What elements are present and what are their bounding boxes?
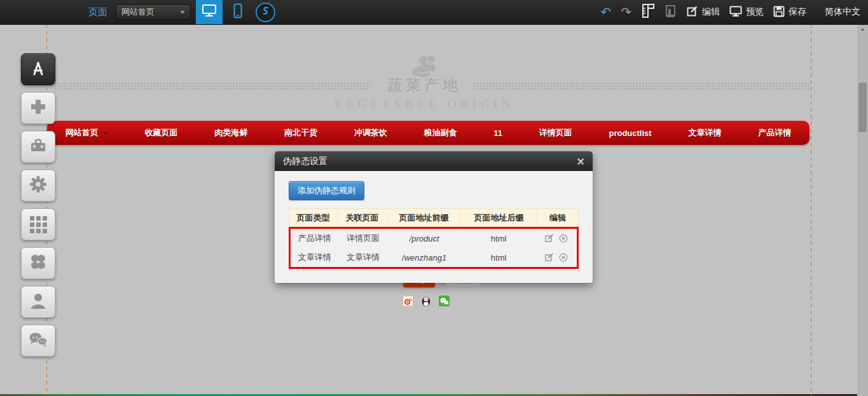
music-icon xyxy=(261,6,270,18)
social-login-icons xyxy=(403,296,450,310)
appstore-icon xyxy=(28,58,48,80)
redo-icon[interactable]: ↷ xyxy=(621,6,631,18)
clover-icon xyxy=(28,252,48,275)
close-icon[interactable]: × xyxy=(577,155,584,168)
cell-url-prefix: /product xyxy=(388,234,461,243)
cell-url-prefix: /wenzhang1 xyxy=(388,253,461,263)
edit-pencil-icon xyxy=(687,6,698,19)
save-button[interactable]: 保存 xyxy=(773,6,806,19)
desktop-view-button[interactable] xyxy=(196,0,223,24)
site-music-button[interactable] xyxy=(256,3,275,22)
table-row: 产品详情 详情页面 /product html xyxy=(291,229,577,248)
toolbar-left-group: 页面 网站首页 xyxy=(88,0,275,24)
cell-actions xyxy=(537,234,577,243)
col-url-prefix: 页面地址前缀 xyxy=(387,209,461,226)
nav-item-favorites[interactable]: 收藏页面 xyxy=(145,127,178,139)
nav-item-detail-page[interactable]: 详情页面 xyxy=(539,127,572,139)
page-select[interactable]: 网站首页 xyxy=(116,4,191,20)
sidebar-item-settings[interactable] xyxy=(21,170,55,201)
col-linked-page: 关联页面 xyxy=(338,209,387,226)
cell-linked-page: 详情页面 xyxy=(338,233,387,244)
col-edit: 编辑 xyxy=(537,209,578,226)
delete-rule-icon[interactable] xyxy=(559,253,568,262)
save-button-label: 保存 xyxy=(789,6,806,18)
top-toolbar: 页面 网站首页 ↶ ↷ xyxy=(0,0,868,25)
weibo-icon[interactable] xyxy=(403,296,413,310)
desktop-icon xyxy=(202,4,217,20)
delete-rule-icon[interactable] xyxy=(559,234,568,243)
edit-button[interactable]: 编辑 xyxy=(687,6,720,19)
nav-item-home-label: 网站首页 xyxy=(65,127,99,139)
layout-guide-right xyxy=(811,24,811,396)
cell-page-type: 文章详情 xyxy=(291,252,338,263)
rules-table-header: 页面类型 关联页面 页面地址前缀 页面地址后缀 编辑 xyxy=(289,208,579,227)
nav-caret-icon xyxy=(103,132,108,135)
nav-item-grain-oil[interactable]: 粮油副食 xyxy=(424,127,457,139)
save-floppy-icon xyxy=(773,6,785,19)
cell-actions xyxy=(537,253,577,262)
cell-linked-page: 文章详情 xyxy=(338,252,387,263)
nav-item-article-detail[interactable]: 文章详情 xyxy=(688,127,721,139)
preview-monitor-icon xyxy=(729,6,742,19)
add-rule-button[interactable]: 添加伪静态规则 xyxy=(289,181,364,200)
qq-icon[interactable] xyxy=(420,296,432,310)
edit-rule-icon[interactable] xyxy=(545,253,554,262)
rules-table: 页面类型 关联页面 页面地址前缀 页面地址后缀 编辑 产品详情 详情页面 /pr… xyxy=(289,208,579,269)
preview-button[interactable]: 预览 xyxy=(729,6,764,19)
site-subtitle: VEGETABLE ORIGIN xyxy=(0,98,848,111)
pseudo-static-dialog: 伪静态设置 × 添加伪静态规则 页面类型 关联页面 页面地址前缀 页面地址后缀 … xyxy=(275,151,593,283)
toolbox-icon xyxy=(28,136,48,158)
undo-icon[interactable]: ↶ xyxy=(600,6,611,18)
edit-button-label: 编辑 xyxy=(702,6,720,18)
chevron-down-icon xyxy=(180,11,185,14)
dialog-header[interactable]: 伪静态设置 × xyxy=(275,151,593,171)
page-label: 页面 xyxy=(88,6,107,18)
nav-item-tea-drinks[interactable]: 冲调茶饮 xyxy=(354,127,387,139)
sidebar-item-apps[interactable] xyxy=(21,247,55,279)
dialog-title: 伪静态设置 xyxy=(283,156,327,167)
sidebar-item-design[interactable] xyxy=(21,53,55,85)
ruler-icon[interactable] xyxy=(641,3,655,21)
grid-icon xyxy=(30,216,47,233)
rules-highlight-box: 产品详情 详情页面 /product html xyxy=(289,227,579,269)
language-switch[interactable]: 简体中文 xyxy=(825,6,860,18)
nav-item-productlist[interactable]: productlist xyxy=(609,128,651,138)
scroll-up-arrow[interactable]: ▲ xyxy=(857,27,868,31)
mobile-view-button[interactable] xyxy=(226,0,249,24)
builder-sidebar xyxy=(21,53,55,364)
nav-item-home[interactable]: 网站首页 xyxy=(65,127,108,139)
site-navbar: 网站首页 收藏页面 肉类海鲜 南北干货 冲调茶饮 粮油副食 11 详情页面 pr… xyxy=(47,121,809,145)
sidebar-item-chat[interactable] xyxy=(21,325,55,357)
edit-rule-icon[interactable] xyxy=(545,234,554,243)
sidebar-item-member[interactable] xyxy=(21,286,55,318)
gear-icon xyxy=(28,174,48,197)
page-builder-app: 页面 网站首页 ↶ ↷ xyxy=(0,0,868,396)
sidebar-item-modules-grid[interactable] xyxy=(21,208,55,240)
table-row: 文章详情 文章详情 /wenzhang1 html xyxy=(291,248,577,267)
sidebar-item-add-module[interactable] xyxy=(21,92,55,124)
nav-item-product-detail[interactable]: 产品详情 xyxy=(758,127,791,139)
vertical-scrollbar[interactable]: ▲ xyxy=(857,24,868,396)
wechat-icon[interactable] xyxy=(439,296,450,310)
nav-item-11[interactable]: 11 xyxy=(493,128,502,138)
cell-url-suffix: html xyxy=(461,234,537,243)
col-url-suffix: 页面地址后缀 xyxy=(461,209,537,226)
mobile-icon xyxy=(233,3,243,21)
preview-button-label: 预览 xyxy=(746,6,764,18)
site-title: 蔬菜产地 xyxy=(0,75,848,95)
nav-item-meat-seafood[interactable]: 肉类海鲜 xyxy=(214,127,247,139)
dialog-body: 添加伪静态规则 页面类型 关联页面 页面地址前缀 页面地址后缀 编辑 产品详情 … xyxy=(275,171,593,283)
stats-icon[interactable] xyxy=(665,4,677,20)
sidebar-item-toolbox[interactable] xyxy=(21,131,55,163)
scrollbar-thumb[interactable] xyxy=(858,83,867,132)
person-icon xyxy=(28,291,48,313)
col-page-type: 页面类型 xyxy=(289,209,338,226)
plus-icon xyxy=(29,97,48,119)
cell-url-suffix: html xyxy=(461,253,537,263)
chat-bubbles-icon xyxy=(27,330,49,352)
cell-page-type: 产品详情 xyxy=(291,233,338,244)
toolbar-right-group: ↶ ↷ 编辑 预览 xyxy=(600,0,860,24)
page-select-value: 网站首页 xyxy=(121,6,155,18)
nav-item-dry-goods[interactable]: 南北干货 xyxy=(284,127,317,139)
